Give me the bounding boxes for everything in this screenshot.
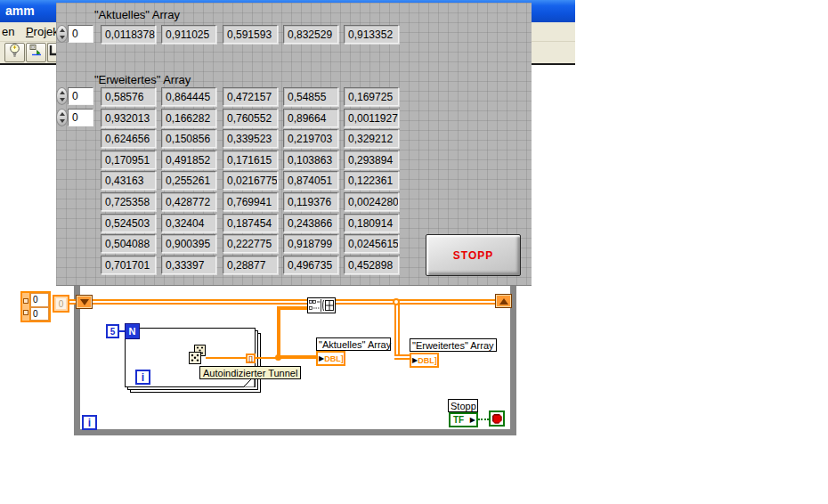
erweitertes-array-element: 0,33397: [161, 256, 216, 274]
erweitertes-array-element: 0,701701: [101, 256, 156, 274]
while-loop-bottom-border[interactable]: [74, 429, 516, 435]
erweitertes-array-element: 0,255261: [161, 171, 216, 190]
highlight-execution-button[interactable]: [4, 43, 25, 62]
aktuelles-dbl-terminal[interactable]: ▶ DBL]: [316, 351, 345, 366]
erweitertes-array-element: 0,119376: [283, 192, 338, 211]
erweitertes-array-label: "Erweitertes" Array: [94, 73, 191, 86]
erweitertes-array-element: 0,932013: [101, 109, 156, 127]
erweitertes-col-index-spinner[interactable]: [56, 109, 68, 126]
erweitertes-array-element: 0,243866: [283, 214, 338, 232]
erweitertes-array-element: 0,180914: [344, 214, 399, 232]
erweitertes-array-element: 0,0245615: [344, 234, 399, 253]
array-constant-element[interactable]: 0: [30, 293, 49, 307]
erweitertes-array-element: 0,122361: [344, 171, 399, 190]
random-number-dice-icon[interactable]: [189, 345, 207, 368]
for-loop-iteration-terminal[interactable]: i: [135, 370, 150, 385]
erweitertes-array-element: 0,187454: [223, 214, 278, 232]
stopp-button[interactable]: STOPP: [426, 234, 521, 276]
boolean-out-arrow-icon: ▶: [470, 417, 475, 424]
wire-junction: [393, 298, 400, 305]
erweitertes-dbl-terminal[interactable]: ▶ DBL]: [410, 353, 439, 368]
wire-boolean-dotted: [478, 419, 489, 420]
aktuelles-array-element: 0,591593: [223, 25, 278, 44]
wire-1d-array: [277, 308, 280, 358]
erweitertes-array-element: 0,170951: [101, 150, 156, 169]
erweitertes-col-index-field[interactable]: 0: [68, 109, 93, 126]
erweitertes-array-element: 0,428772: [161, 192, 216, 211]
erweitertes-array-element: 0,329212: [344, 129, 399, 148]
erweitertes-array-element: 0,900395: [161, 234, 216, 253]
labview-screen: amm en Projekt: [0, 0, 828, 504]
erweitertes-row-index-spinner[interactable]: [56, 87, 68, 105]
aktuelles-array-element: 0,0118378: [101, 25, 156, 44]
erweitertes-array-element: 0,725358: [101, 192, 156, 211]
erweitertes-array-element: 0,491852: [161, 150, 216, 169]
wire-1d-array: [277, 306, 307, 310]
aktuelles-array-element: 0,832529: [283, 25, 338, 44]
erweitertes-array-element: 0,58576: [101, 87, 156, 106]
array-constant-element[interactable]: 0: [30, 307, 49, 321]
build-array-icon[interactable]: [307, 297, 336, 317]
stopp-terminal-label[interactable]: Stopp: [448, 399, 478, 412]
erweitertes-array-element: 0,150856: [161, 129, 216, 148]
erweitertes-array-element: 0,496735: [283, 256, 338, 274]
spinner-up-icon[interactable]: [60, 112, 65, 116]
tunnel-tooltip: Autoindizierter Tunnel: [199, 366, 301, 379]
aktuelles-array-element: 0,911025: [161, 25, 216, 44]
erweitertes-array-element: 0,918799: [283, 234, 338, 253]
autoindexing-tunnel[interactable]: []: [246, 354, 256, 363]
while-loop-iteration-terminal[interactable]: i: [82, 415, 97, 430]
erweitertes-array-element: 0,171615: [223, 150, 278, 169]
erweitertes-row-index-field[interactable]: 0: [68, 87, 93, 105]
shift-register-left[interactable]: [76, 295, 93, 309]
spinner-down-icon[interactable]: [60, 98, 65, 102]
aktuelles-index-field[interactable]: 0: [68, 25, 93, 43]
menu-item-bearbeiten[interactable]: en: [0, 22, 20, 38]
shift-register-up-icon: [499, 298, 508, 305]
spinner-down-icon[interactable]: [60, 119, 65, 123]
wire-2d-array: [92, 299, 496, 305]
erweitertes-array-element: 0,769941: [223, 192, 278, 211]
erweitertes-array-element: 0,504088: [101, 234, 156, 253]
erweitertes-array-element: 0,293894: [344, 150, 399, 169]
erweitertes-indicator-label[interactable]: "Erweitertes" Array: [410, 338, 497, 352]
erweitertes-array-element: 0,89664: [283, 109, 338, 127]
for-loop-count-terminal[interactable]: N: [125, 323, 140, 339]
wire-scalar: [256, 357, 277, 359]
window-title: amm: [5, 4, 35, 18]
array-constant-dim-element[interactable]: 0: [53, 295, 69, 313]
array-index-strip: [22, 293, 30, 321]
erweitertes-array-element: 0,452898: [344, 256, 399, 274]
erweitertes-array-element: 0,524503: [101, 214, 156, 232]
aktuelles-indicator-label[interactable]: "Aktuelles" Array: [316, 337, 391, 351]
spinner-down-icon[interactable]: [60, 36, 65, 39]
erweitertes-array-element: 0,103863: [283, 150, 338, 169]
stopp-boolean-terminal[interactable]: TF ▶: [449, 412, 478, 427]
aktuelles-index-spinner[interactable]: [56, 25, 68, 43]
erweitertes-array-element: 0,28877: [223, 256, 278, 274]
erweitertes-array-element: 0,00242807: [344, 192, 399, 211]
erweitertes-array-element: 0,339523: [223, 129, 278, 148]
spinner-up-icon[interactable]: [60, 28, 65, 32]
aktuelles-array-element: 0,913352: [344, 25, 399, 44]
count-constant[interactable]: 5: [106, 324, 119, 338]
erweitertes-array-element: 0,219703: [283, 129, 338, 148]
shift-register-right[interactable]: [495, 294, 512, 308]
erweitertes-array-element: 0,624656: [101, 129, 156, 148]
while-loop-right-border[interactable]: [510, 286, 516, 435]
array-constant[interactable]: 0 0: [20, 291, 51, 322]
erweitertes-array-element: 0,169725: [344, 87, 399, 106]
spinner-up-icon[interactable]: [60, 91, 65, 94]
erweitertes-array-element: 0,0216775: [223, 171, 278, 190]
erweitertes-array-element: 0,54855: [283, 87, 338, 106]
loop-condition-terminal[interactable]: [489, 411, 505, 427]
wire-scalar: [206, 357, 247, 359]
retain-wire-values-button[interactable]: [26, 43, 46, 62]
wire-2d-array-drop: [394, 305, 400, 355]
aktuelles-array-label: "Aktuelles" Array: [94, 8, 180, 21]
wire-segment: [394, 354, 410, 360]
wire-values-icon: [29, 44, 44, 61]
erweitertes-array-element: 0,864445: [161, 87, 216, 106]
erweitertes-array-element: 0,222775: [223, 234, 278, 253]
lightbulb-icon: [8, 43, 21, 62]
